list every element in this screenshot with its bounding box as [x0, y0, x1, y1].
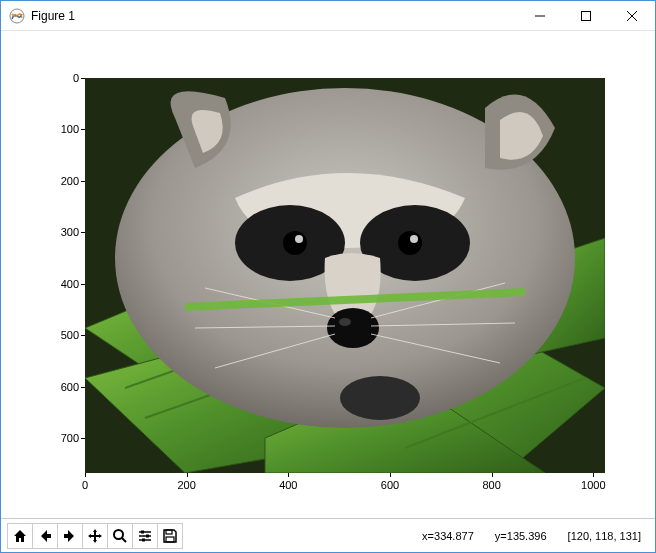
displayed-image	[85, 78, 605, 473]
y-tick-label: 400	[9, 278, 79, 290]
svg-rect-2	[582, 11, 591, 20]
status-x: x=334.877	[422, 530, 474, 542]
svg-rect-36	[141, 530, 144, 533]
pan-button[interactable]	[82, 523, 108, 549]
x-tick-label: 200	[167, 479, 207, 491]
svg-rect-41	[166, 530, 172, 534]
back-button[interactable]	[32, 523, 58, 549]
x-tick-mark	[288, 473, 289, 477]
figure-canvas[interactable]: 0100200300400500600700 02004006008001000	[1, 31, 655, 518]
maximize-button[interactable]	[563, 1, 609, 31]
zoom-button[interactable]	[107, 523, 133, 549]
x-tick-label: 1000	[573, 479, 613, 491]
status-pixel: [120, 118, 131]	[568, 530, 641, 542]
y-tick-label: 700	[9, 432, 79, 444]
y-tick-mark	[81, 129, 85, 130]
svg-point-33	[114, 530, 123, 539]
figure-window: Figure 1	[0, 0, 656, 553]
svg-rect-40	[142, 538, 145, 541]
y-tick-label: 100	[9, 123, 79, 135]
cursor-status: x=334.877 y=135.396 [120, 118, 131]	[404, 530, 649, 542]
x-tick-mark	[187, 473, 188, 477]
x-tick-mark	[390, 473, 391, 477]
svg-point-24	[339, 318, 351, 326]
svg-point-20	[398, 231, 422, 255]
y-tick-label: 600	[9, 381, 79, 393]
svg-point-22	[410, 235, 418, 243]
status-y: y=135.396	[495, 530, 547, 542]
x-tick-mark	[85, 473, 86, 477]
y-tick-mark	[81, 284, 85, 285]
close-button[interactable]	[609, 1, 655, 31]
x-tick-label: 0	[65, 479, 105, 491]
x-tick-label: 600	[370, 479, 410, 491]
y-tick-mark	[81, 335, 85, 336]
svg-point-21	[295, 235, 303, 243]
x-tick-mark	[593, 473, 594, 477]
y-tick-label: 0	[9, 72, 79, 84]
minimize-button[interactable]	[517, 1, 563, 31]
titlebar[interactable]: Figure 1	[1, 1, 655, 31]
configure-button[interactable]	[132, 523, 158, 549]
axes-image	[85, 78, 605, 473]
y-tick-label: 500	[9, 329, 79, 341]
nav-toolbar: x=334.877 y=135.396 [120, 118, 131]	[1, 518, 655, 552]
forward-button[interactable]	[57, 523, 83, 549]
y-tick-label: 300	[9, 226, 79, 238]
svg-rect-38	[146, 534, 149, 537]
x-tick-label: 400	[268, 479, 308, 491]
window-title: Figure 1	[31, 9, 75, 23]
svg-point-23	[327, 308, 379, 348]
y-tick-label: 200	[9, 175, 79, 187]
y-tick-mark	[81, 181, 85, 182]
app-icon	[9, 8, 25, 24]
svg-point-31	[340, 376, 420, 420]
y-tick-mark	[81, 438, 85, 439]
save-button[interactable]	[157, 523, 183, 549]
y-tick-mark	[81, 78, 85, 79]
svg-line-34	[122, 538, 126, 542]
x-tick-label: 800	[472, 479, 512, 491]
home-button[interactable]	[7, 523, 33, 549]
y-tick-mark	[81, 232, 85, 233]
svg-point-19	[283, 231, 307, 255]
y-tick-mark	[81, 387, 85, 388]
x-tick-mark	[492, 473, 493, 477]
